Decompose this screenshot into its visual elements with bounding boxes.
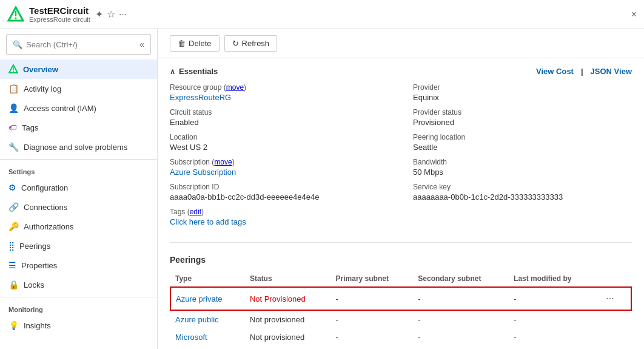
col-last-modified: Last modified by <box>509 271 597 287</box>
delete-label: Delete <box>189 39 212 48</box>
resource-type: ExpressRoute circuit <box>29 16 90 23</box>
resource-group-value: ExpressRouteRG <box>170 93 389 102</box>
essentials-provider: Provider Equinix <box>413 83 632 102</box>
edit-link[interactable]: edit <box>190 208 201 216</box>
sidebar-item-configuration[interactable]: ⚙ Configuration <box>0 178 157 197</box>
table-header-row: Type Status Primary subnet Secondary sub… <box>170 271 631 287</box>
activity-log-icon: 📋 <box>8 84 19 93</box>
sidebar-item-label: Diagnose and solve problems <box>24 143 127 152</box>
search-container: 🔍 « <box>6 34 151 55</box>
resource-group-link[interactable]: ExpressRouteRG <box>170 93 231 102</box>
status-cell: Not provisioned <box>245 328 331 346</box>
table-row: Azure private Not Provisioned - - - ··· <box>170 287 631 310</box>
subscription-link[interactable]: Azure Subscription <box>170 168 236 177</box>
sidebar-item-diagnose[interactable]: 🔧 Diagnose and solve problems <box>0 137 157 157</box>
sidebar-item-connections[interactable]: 🔗 Connections <box>0 197 157 217</box>
sidebar-item-peerings[interactable]: ⣿ Peerings <box>0 236 157 256</box>
settings-section-label: Settings <box>0 162 157 178</box>
sidebar-item-label: Configuration <box>21 183 68 192</box>
sidebar-divider-2 <box>0 297 157 297</box>
sidebar-item-locks[interactable]: 🔒 Locks <box>0 275 157 294</box>
actions-cell <box>597 310 631 328</box>
primary-subnet-cell: - <box>331 287 414 310</box>
status-cell: Not provisioned <box>245 310 331 328</box>
resource-name: TestERCircuit <box>29 5 90 16</box>
location-label: Location <box>170 133 389 141</box>
tags-value: Click here to add tags <box>170 217 389 226</box>
col-type: Type <box>170 271 245 287</box>
sidebar: 🔍 « Overview 📋 Activity log 👤 Access con… <box>0 29 158 349</box>
microsoft-link[interactable]: Microsoft <box>175 333 207 342</box>
sidebar-item-tags[interactable]: 🏷 Tags <box>0 118 157 137</box>
sub-move-link[interactable]: move <box>214 158 232 166</box>
essentials-service-key: Service key aaaaaaaa-0b0b-1c1c-2d2d-3333… <box>413 183 632 202</box>
content-area: 🗑 Delete ↻ Refresh ∧ Essentials View Cos… <box>158 29 644 349</box>
sidebar-item-label: Locks <box>24 280 44 290</box>
subscription-label: Subscription (move) <box>170 158 389 166</box>
view-cost-link[interactable]: View Cost <box>536 67 574 76</box>
subscription-value: Azure Subscription <box>170 168 389 177</box>
essentials-subscription-id: Subscription ID aaaa0a0a-bb1b-cc2c-dd3d-… <box>170 183 389 202</box>
tags-icon: 🏷 <box>8 123 17 132</box>
sidebar-item-access-control[interactable]: 👤 Access control (IAM) <box>0 98 157 118</box>
sidebar-item-activity-log[interactable]: 📋 Activity log <box>0 79 157 98</box>
provider-status-value: Provisioned <box>413 118 632 127</box>
move-link[interactable]: move <box>226 83 244 92</box>
access-control-icon: 👤 <box>8 103 19 113</box>
peering-location-label: Peering location <box>413 133 632 141</box>
sidebar-divider <box>0 159 157 160</box>
type-cell: Microsoft <box>170 328 245 346</box>
peerings-title: Peerings <box>170 255 632 265</box>
sidebar-item-insights[interactable]: 💡 Insights <box>0 316 157 335</box>
actions-cell <box>597 328 631 346</box>
delete-button[interactable]: 🗑 Delete <box>170 35 220 52</box>
star-icon[interactable]: ☆ <box>107 8 115 20</box>
add-tags-link[interactable]: Click here to add tags <box>170 217 246 226</box>
provider-value: Equinix <box>413 93 632 102</box>
section-divider <box>170 242 632 243</box>
subscription-id-value: aaaa0a0a-bb1b-cc2c-dd3d-eeeeee4e4e4e <box>170 192 389 202</box>
essentials-header: ∧ Essentials View Cost | JSON View <box>170 67 632 76</box>
search-icon: 🔍 <box>13 40 22 49</box>
sidebar-item-label: Peerings <box>19 242 50 251</box>
peerings-section: Peerings Type Status Primary subnet Seco… <box>158 250 644 349</box>
service-key-label: Service key <box>413 183 632 191</box>
collapse-icon[interactable]: « <box>139 39 144 49</box>
more-icon[interactable]: ··· <box>119 9 127 20</box>
last-modified-cell: - <box>509 310 597 328</box>
json-view-link[interactable]: JSON View <box>591 67 632 76</box>
delete-icon: 🗑 <box>178 39 186 48</box>
sidebar-item-properties[interactable]: ☰ Properties <box>0 256 157 275</box>
sidebar-item-authorizations[interactable]: 🔑 Authorizations <box>0 217 157 236</box>
refresh-button[interactable]: ↻ Refresh <box>224 35 278 52</box>
diagnose-icon: 🔧 <box>8 142 19 152</box>
title-bar-actions: ✦ ☆ ··· <box>95 8 127 20</box>
secondary-subnet-cell: - <box>413 310 509 328</box>
azure-public-link[interactable]: Azure public <box>175 315 219 324</box>
essentials-provider-status: Provider status Provisioned <box>413 108 632 127</box>
status-cell: Not Provisioned <box>245 287 331 310</box>
azure-private-link[interactable]: Azure private <box>176 294 223 303</box>
essentials-location: Location West US 2 <box>170 133 389 152</box>
row-ellipsis-button[interactable]: ··· <box>602 292 617 305</box>
configuration-icon: ⚙ <box>8 183 16 192</box>
svg-point-2 <box>15 17 17 19</box>
triangle-icon <box>8 64 18 74</box>
connections-icon: 🔗 <box>8 202 19 212</box>
last-modified-cell: - <box>509 287 597 310</box>
title-bar-text: TestERCircuit ExpressRoute circuit <box>29 5 90 23</box>
pin-icon[interactable]: ✦ <box>95 8 103 20</box>
search-input[interactable] <box>26 40 139 49</box>
type-cell: Azure private <box>170 287 245 310</box>
app-icon <box>7 6 24 23</box>
title-bar: TestERCircuit ExpressRoute circuit ✦ ☆ ·… <box>0 0 644 29</box>
essentials-title: Essentials <box>179 67 218 76</box>
sidebar-item-overview[interactable]: Overview <box>0 59 157 79</box>
peering-location-value: Seattle <box>413 143 632 152</box>
sidebar-item-label: Connections <box>24 203 67 212</box>
col-secondary-subnet: Secondary subnet <box>413 271 509 287</box>
close-button[interactable]: × <box>631 9 637 20</box>
essentials-grid: Resource group (move) ExpressRouteRG Pro… <box>170 83 632 226</box>
sidebar-item-label: Access control (IAM) <box>24 104 96 113</box>
svg-point-5 <box>13 71 14 72</box>
